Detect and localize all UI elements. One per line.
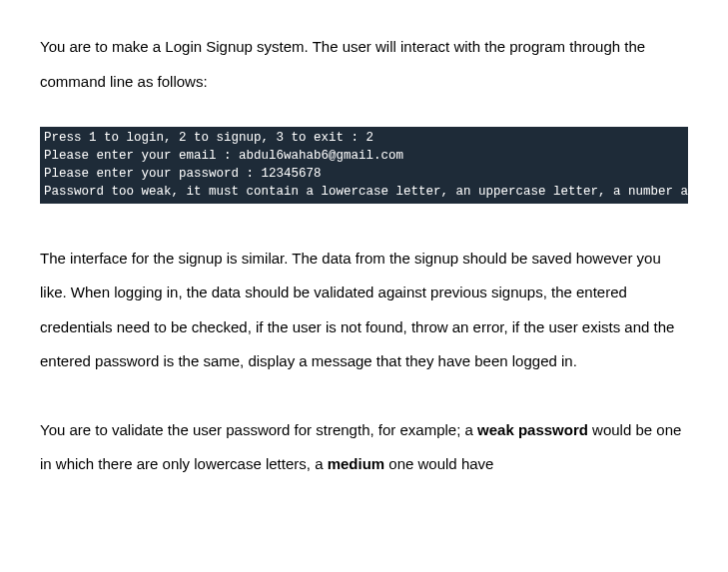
terminal-line-1: Press 1 to login, 2 to signup, 3 to exit… [44, 129, 684, 147]
medium-password-label: medium [328, 455, 385, 472]
terminal-line-4: Password too weak, it must contain a low… [44, 183, 684, 201]
terminal-output: Press 1 to login, 2 to signup, 3 to exit… [40, 127, 688, 204]
para3-text-3: one would have [384, 455, 493, 472]
terminal-line-3: Please enter your password : 12345678 [44, 165, 684, 183]
para3-text-1: You are to validate the user password fo… [40, 421, 477, 438]
intro-paragraph: You are to make a Login Signup system. T… [40, 30, 688, 99]
password-strength-paragraph: You are to validate the user password fo… [40, 413, 688, 482]
terminal-line-2: Please enter your email : abdul6wahab6@g… [44, 147, 684, 165]
weak-password-label: weak password [477, 421, 588, 438]
signup-description-paragraph: The interface for the signup is similar.… [40, 242, 688, 379]
